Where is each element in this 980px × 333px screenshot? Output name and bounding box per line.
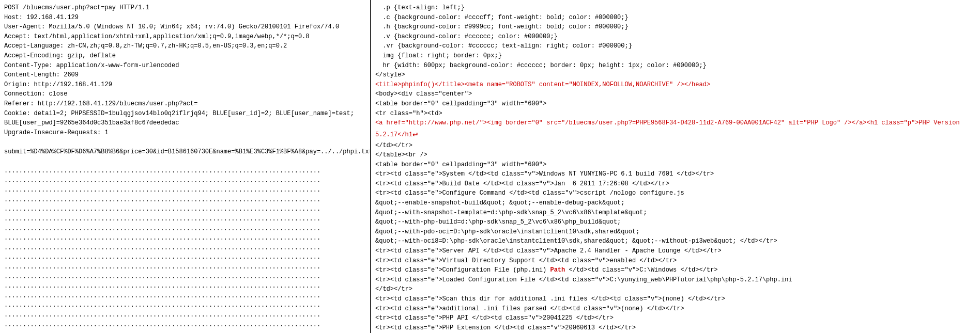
r-line-17: <tr><td class="e">System </td><td class=… xyxy=(375,169,976,179)
dots-17: ........................................… xyxy=(4,320,366,330)
line-5: Accept-Language: zh-CN,zh;q=0.8,zh-TW;q=… xyxy=(4,41,366,51)
right-panel[interactable]: .p {text-align: left;} .c {background-co… xyxy=(371,0,980,333)
line-3: User-Agent: Mozilla/5.0 (Windows NT 10.0… xyxy=(4,22,366,32)
r-line-28: <tr><td class="e">Loaded Configuration F… xyxy=(375,275,976,285)
r-line-5: .vr {background-color: #cccccc; text-ali… xyxy=(375,41,976,51)
dots-7: ........................................… xyxy=(4,224,366,234)
dots-11: ........................................… xyxy=(4,262,366,272)
r-line-6: img {float: right; border: 0px;} xyxy=(375,51,976,61)
r-line-12: <tr class="h"><td> xyxy=(375,109,976,119)
line-11: Referer: http://192.168.41.129/bluecms/u… xyxy=(4,99,366,109)
r-line-19: <tr><td class="e">Configure Command </td… xyxy=(375,188,976,198)
r-line-15: </table><br /> xyxy=(375,150,976,160)
dots-3: ........................................… xyxy=(4,185,366,195)
right-panel-content: .p {text-align: left;} .c {background-co… xyxy=(375,3,976,332)
r-line-29: </td></tr> xyxy=(375,284,976,294)
dots-13: ........................................… xyxy=(4,281,366,291)
line-13: BLUE[user_pwd]=9265e364d0c351bae3af8c67d… xyxy=(4,118,366,128)
line-14: Upgrade-Insecure-Requests: 1 xyxy=(4,128,366,138)
left-panel[interactable]: POST /bluecms/user.php?act=pay HTTP/1.1 … xyxy=(0,0,371,333)
r-line-9: <title>phpinfo()</title><meta name="ROBO… xyxy=(375,80,976,90)
r-line-25: <tr><td class="e">Server API </td><td cl… xyxy=(375,246,976,256)
r-line-3: .h {background-color: #9999cc; font-weig… xyxy=(375,22,976,32)
line-6: Accept-Encoding: gzip, deflate xyxy=(4,51,366,61)
dots-2: ........................................… xyxy=(4,176,366,186)
dots-9: ........................................… xyxy=(4,243,366,253)
r-line-30: <tr><td class="e">Scan this dir for addi… xyxy=(375,294,976,304)
r-line-7: hr {width: 600px; background-color: #ccc… xyxy=(375,61,976,71)
line-8: Content-Length: 2609 xyxy=(4,70,366,80)
r-line-18: <tr><td class="e">Build Date </td><td cl… xyxy=(375,179,976,189)
r-line-22: &quot;--with-php-build=d:\php-sdk\snap_5… xyxy=(375,217,976,227)
line-4: Accept: text/html,application/xhtml+xml,… xyxy=(4,32,366,42)
line-7: Content-Type: application/x-www-form-url… xyxy=(4,61,366,71)
line-9: Origin: http://192.168.41.129 xyxy=(4,80,366,90)
left-panel-content: POST /bluecms/user.php?act=pay HTTP/1.1 … xyxy=(4,3,366,333)
r-line-16: <table border="0" cellpadding="3" width=… xyxy=(375,160,976,170)
r-line-27: <tr><td class="e">Configuration File (ph… xyxy=(375,265,976,275)
line-15: submit=%D4%DA%CF%DF%D6%A7%B8%B6&price=30… xyxy=(4,147,366,157)
r-line-11: <table border="0" cellpadding="3" width=… xyxy=(375,99,976,109)
dots-1: ........................................… xyxy=(4,166,366,176)
line-2: Host: 192.168.41.129 xyxy=(4,13,366,23)
r-line-26: <tr><td class="e">Virtual Directory Supp… xyxy=(375,256,976,266)
line-blank1 xyxy=(4,137,366,147)
r-line-2: .c {background-color: #ccccff; font-weig… xyxy=(375,13,976,23)
r-line-24: &quot;--with-oci8=D:\php-sdk\oracle\inst… xyxy=(375,236,976,246)
r-line-4: .v {background-color: #cccccc; color: #0… xyxy=(375,32,976,42)
line-1: POST /bluecms/user.php?act=pay HTTP/1.1 xyxy=(4,3,366,13)
r-line-21: &quot;--with-snapshot-template=d:\php-sd… xyxy=(375,208,976,218)
line-12: Cookie: detail=2; PHPSESSID=1bulqgjsov14… xyxy=(4,109,366,119)
line-10: Connection: close xyxy=(4,89,366,99)
dots-6: ........................................… xyxy=(4,214,366,224)
r-line-20: &quot;--enable-snapshot-build&quot; &quo… xyxy=(375,198,976,208)
dots-12: ........................................… xyxy=(4,272,366,282)
dots-10: ........................................… xyxy=(4,252,366,262)
r-line-10: <body><div class="center"> xyxy=(375,89,976,99)
dots-15: ........................................… xyxy=(4,300,366,310)
r-line-14: </td></tr> xyxy=(375,141,976,151)
dots-4: ........................................… xyxy=(4,195,366,205)
r-line-8: </style> xyxy=(375,70,976,80)
r-line-23: &quot;--with-pdo-oci=D:\php-sdk\oracle\i… xyxy=(375,227,976,237)
dots-14: ........................................… xyxy=(4,291,366,301)
dots-18: ........................................… xyxy=(4,329,366,333)
r-line-13: <a href="http://www.php.net/"><img borde… xyxy=(375,118,976,140)
dots-8: ........................................… xyxy=(4,233,366,243)
dots-5: ........................................… xyxy=(4,204,366,214)
r-line-31: <tr><td class="e">additional .ini files … xyxy=(375,304,976,314)
dots-16: ........................................… xyxy=(4,310,366,320)
r-line-33: <tr><td class="e">PHP Extension </td><td… xyxy=(375,323,976,333)
r-line-32: <tr><td class="e">PHP API </td><td class… xyxy=(375,313,976,323)
line-blank2 xyxy=(4,157,366,167)
r-line-1: .p {text-align: left;} xyxy=(375,3,976,13)
